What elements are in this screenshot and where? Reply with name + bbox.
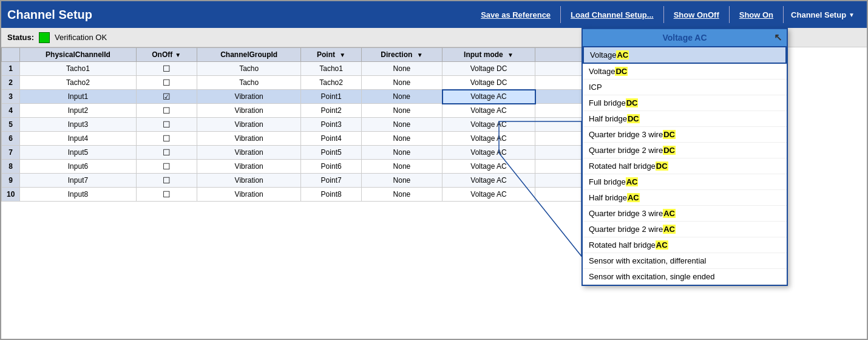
dropdown-option[interactable]: Sensor with excitation, single ended [583, 269, 787, 285]
channel-group-id: Vibration [197, 104, 301, 118]
channel-group-id: Vibration [197, 90, 301, 104]
table-row[interactable]: 1Tacho1☐TachoTacho1NoneVoltage DC [2, 62, 584, 76]
status-label: Status: [7, 33, 34, 42]
onoff-checkbox[interactable]: ☐ [136, 160, 197, 174]
onoff-checkbox[interactable]: ☐ [136, 76, 197, 90]
show-on-button[interactable]: Show On [731, 8, 782, 22]
dropdown-option-highlight: AC [663, 225, 676, 234]
dropdown-option[interactable]: Voltage AC [583, 46, 787, 64]
dropdown-option[interactable]: Quarter bridge 2 wire DC [583, 143, 787, 158]
input-mode[interactable]: Voltage AC [442, 118, 535, 132]
page-title: Channel Setup [7, 8, 472, 22]
dropdown-option[interactable]: Rotated half bridge AC [583, 237, 787, 253]
dropdown-option-highlight: DC [627, 114, 640, 123]
header: Channel Setup Save as Reference Load Cha… [1, 1, 867, 28]
onoff-checkbox[interactable]: ☐ [136, 62, 197, 76]
table-row[interactable]: 6Input4☐VibrationPoint4NoneVoltage AC [2, 132, 584, 146]
dropdown-option-text: Quarter bridge 2 wire [589, 225, 663, 234]
direction: None [361, 132, 442, 146]
dropdown-option-text: Voltage [589, 67, 615, 76]
onoff-checkbox[interactable]: ☐ [136, 132, 197, 146]
dropdown-option[interactable]: Half bridge AC [583, 190, 787, 206]
onoff-checkbox[interactable]: ☐ [136, 174, 197, 188]
input-mode-dropdown[interactable]: Voltage AC ↖ Voltage ACVoltage DCICPFull… [581, 28, 788, 286]
table-row[interactable]: 7Input5☐VibrationPoint5NoneVoltage AC [2, 146, 584, 160]
row-number: 2 [2, 76, 20, 90]
point: Point6 [301, 160, 361, 174]
onoff-checkbox[interactable]: ☐ [136, 118, 197, 132]
channel-group-id: Vibration [197, 146, 301, 160]
load-channel-setup-button[interactable]: Load Channel Setup... [562, 8, 662, 22]
onoff-checkbox[interactable]: ☑ [136, 90, 197, 104]
input-mode[interactable]: Voltage AC [442, 174, 535, 188]
row-number: 4 [2, 104, 20, 118]
col-group-id[interactable]: ChannelGroupId [197, 48, 301, 62]
dropdown-option[interactable]: Full bridge DC [583, 95, 787, 111]
col-direction[interactable]: Direction ▼ [361, 48, 442, 62]
channel-setup-dropdown-button[interactable]: Channel Setup ▼ [785, 8, 861, 22]
channel-setup-label: Channel Setup [791, 10, 846, 19]
status-indicator [39, 32, 50, 43]
extra-col [535, 104, 584, 118]
direction: None [361, 90, 442, 104]
dropdown-option[interactable]: Rotated half bridge DC [583, 158, 787, 174]
dropdown-option[interactable]: Quarter bridge 2 wire AC [583, 222, 787, 237]
onoff-checkbox[interactable]: ☐ [136, 104, 197, 118]
input-mode[interactable]: Voltage DC [442, 62, 535, 76]
table-row[interactable]: 8Input6☐VibrationPoint6NoneVoltage AC [2, 160, 584, 174]
table-row[interactable]: 3Input1☑VibrationPoint1NoneVoltage AC [2, 90, 584, 104]
input-mode[interactable]: Voltage AC [442, 160, 535, 174]
col-point[interactable]: Point ▼ [301, 48, 361, 62]
direction: None [361, 174, 442, 188]
dropdown-option[interactable]: Sensor with excitation, differential [583, 253, 787, 269]
col-onoff[interactable]: OnOff▼ [136, 48, 197, 62]
physical-channel-id: Input8 [20, 188, 136, 202]
table-row[interactable]: 10Input8☐VibrationPoint8NoneVoltage AC [2, 188, 584, 202]
dropdown-option[interactable]: Voltage DC [583, 64, 787, 80]
input-mode[interactable]: Voltage AC [442, 188, 535, 202]
dropdown-option-text: Sensor with excitation, differential [589, 256, 706, 265]
main-container: Channel Setup Save as Reference Load Cha… [0, 0, 868, 340]
channel-group-id: Vibration [197, 132, 301, 146]
dropdown-option[interactable]: Half bridge DC [583, 111, 787, 127]
input-mode[interactable]: Voltage AC [442, 132, 535, 146]
status-text: Verification OK [55, 33, 107, 42]
table-row[interactable]: 2Tacho2☐TachoTacho2NoneVoltage DC [2, 76, 584, 90]
table-row[interactable]: 4Input2☐VibrationPoint2NoneVoltage AC [2, 104, 584, 118]
physical-channel-id: Input1 [20, 90, 136, 104]
physical-channel-id: Input5 [20, 146, 136, 160]
direction: None [361, 146, 442, 160]
extra-col [535, 132, 584, 146]
dropdown-list[interactable]: Voltage ACVoltage DCICPFull bridge DCHal… [583, 46, 787, 285]
table-row[interactable]: 5Input3☐VibrationPoint3NoneVoltage AC [2, 118, 584, 132]
dropdown-title: Voltage AC [662, 33, 707, 42]
point: Tacho1 [301, 62, 361, 76]
direction: None [361, 62, 442, 76]
onoff-checkbox[interactable]: ☐ [136, 146, 197, 160]
direction: None [361, 118, 442, 132]
dropdown-option-highlight: DC [615, 67, 628, 76]
point: Point7 [301, 174, 361, 188]
channel-group-id: Vibration [197, 188, 301, 202]
col-extra [535, 48, 584, 62]
table-row[interactable]: 9Input7☐VibrationPoint7NoneVoltage AC [2, 174, 584, 188]
point: Point1 [301, 90, 361, 104]
dropdown-option[interactable]: ICP [583, 80, 787, 95]
dropdown-option-highlight: DC [626, 98, 639, 107]
save-reference-button[interactable]: Save as Reference [472, 8, 559, 22]
col-physical-id[interactable]: PhysicalChannelId [20, 48, 136, 62]
channel-group-id: Tacho [197, 62, 301, 76]
cursor-icon: ↖ [774, 32, 782, 43]
input-mode[interactable]: Voltage AC [442, 104, 535, 118]
dropdown-option[interactable]: Quarter bridge 3 wire AC [583, 206, 787, 222]
row-number: 7 [2, 146, 20, 160]
show-onoff-button[interactable]: Show OnOff [665, 8, 728, 22]
input-mode[interactable]: Voltage AC [442, 90, 535, 104]
dropdown-option-text: Quarter bridge 3 wire [589, 130, 663, 139]
col-input-mode[interactable]: Input mode ▼ [442, 48, 535, 62]
dropdown-option[interactable]: Full bridge AC [583, 174, 787, 190]
input-mode[interactable]: Voltage DC [442, 76, 535, 90]
input-mode[interactable]: Voltage AC [442, 146, 535, 160]
onoff-checkbox[interactable]: ☐ [136, 188, 197, 202]
dropdown-option[interactable]: Quarter bridge 3 wire DC [583, 127, 787, 143]
